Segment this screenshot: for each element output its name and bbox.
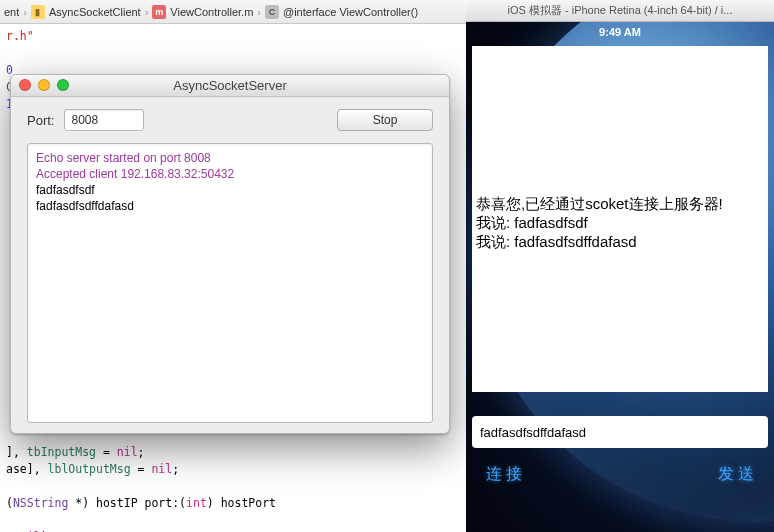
log-line: Echo server started on port 8008 <box>36 150 424 166</box>
code-text: = <box>96 445 117 459</box>
chevron-right-icon: › <box>145 6 149 18</box>
jump-seg-file[interactable]: ViewController.m <box>170 6 253 18</box>
server-window-body: Port: Stop Echo server started on port 8… <box>11 97 449 435</box>
code-text: lblOutputMsg <box>48 462 131 476</box>
code-text: NSString <box>13 496 68 510</box>
code-text: int <box>186 496 207 510</box>
folder-icon: ▮ <box>31 5 45 19</box>
chevron-right-icon: › <box>257 6 261 18</box>
simulator-screen: 9:49 AM 恭喜您,已经通过scoket连接上服务器! 我说: fadfas… <box>466 22 774 532</box>
objc-class-icon: C <box>265 5 279 19</box>
code-text: ( <box>6 496 13 510</box>
jump-seg-project[interactable]: AsyncSocketClient <box>49 6 141 18</box>
code-text: ase], <box>6 462 48 476</box>
chat-text: 恭喜您,已经通过scoket连接上服务器! 我说: fadfasdfsdf 我说… <box>476 194 723 251</box>
port-label: Port: <box>27 113 54 128</box>
chat-line: 恭喜您,已经通过scoket连接上服务器! <box>476 195 723 212</box>
code-text: nil <box>151 462 172 476</box>
status-clock: 9:49 AM <box>599 26 641 38</box>
code-area-bottom[interactable]: ], tbInputMsg = nil; ase], lblOutputMsg … <box>0 440 282 532</box>
server-log[interactable]: Echo server started on port 8008 Accepte… <box>27 143 433 423</box>
server-window-title: AsyncSocketServer <box>11 78 449 93</box>
code-text: ; <box>138 445 145 459</box>
ios-status-bar: 9:49 AM <box>466 22 774 42</box>
traffic-lights <box>19 79 69 91</box>
minimize-icon[interactable] <box>38 79 50 91</box>
code-text: ) hostPort <box>207 496 276 510</box>
code-text: ; <box>172 462 179 476</box>
objc-m-file-icon: m <box>152 5 166 19</box>
xcode-jump-bar[interactable]: ent › ▮ AsyncSocketClient › m ViewContro… <box>0 0 466 24</box>
chevron-right-icon: › <box>23 6 27 18</box>
code-text: r.h" <box>6 29 34 43</box>
message-input[interactable]: fadfasdfsdffdafasd <box>472 416 768 448</box>
chat-output-view: 恭喜您,已经通过scoket连接上服务器! 我说: fadfasdfsdf 我说… <box>472 46 768 392</box>
code-text: *) hostIP port:( <box>68 496 186 510</box>
message-input-value: fadfasdfsdffdafasd <box>480 425 586 440</box>
code-text: ], <box>6 445 27 459</box>
code-text: nil <box>117 445 138 459</box>
log-line: fadfasdfsdffdafasd <box>36 198 424 214</box>
jump-seg-symbol[interactable]: @interface ViewController() <box>283 6 418 18</box>
port-row: Port: Stop <box>27 109 433 131</box>
send-button[interactable]: 发 送 <box>718 464 754 485</box>
chat-line: 我说: fadfasdfsdffdafasd <box>476 233 637 250</box>
close-icon[interactable] <box>19 79 31 91</box>
server-window-titlebar[interactable]: AsyncSocketServer <box>11 75 449 97</box>
code-text: = <box>131 462 152 476</box>
ios-simulator-window: iOS 模拟器 - iPhone Retina (4-inch 64-bit) … <box>466 0 774 532</box>
server-window: AsyncSocketServer Port: Stop Echo server… <box>10 74 450 434</box>
stop-button[interactable]: Stop <box>337 109 433 131</box>
simulator-titlebar[interactable]: iOS 模拟器 - iPhone Retina (4-inch 64-bit) … <box>466 0 774 22</box>
port-input[interactable] <box>64 109 144 131</box>
jump-seg-target[interactable]: ent <box>4 6 19 18</box>
log-line: fadfasdfsdf <box>36 182 424 198</box>
chat-line: 我说: fadfasdfsdf <box>476 214 588 231</box>
connect-button[interactable]: 连 接 <box>486 464 522 485</box>
zoom-icon[interactable] <box>57 79 69 91</box>
code-text: tbInputMsg <box>27 445 96 459</box>
log-line: Accepted client 192.168.83.32:50432 <box>36 166 424 182</box>
simulator-content: 9:49 AM 恭喜您,已经通过scoket连接上服务器! 我说: fadfas… <box>466 22 774 532</box>
